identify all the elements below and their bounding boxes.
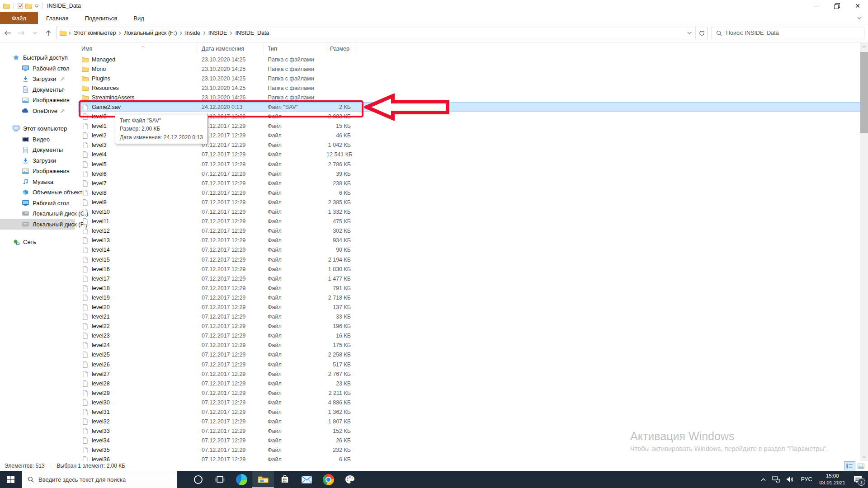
sidebar-item[interactable]: Объемные объекты bbox=[0, 187, 75, 198]
ribbon-tab-0[interactable]: Файл bbox=[0, 12, 38, 24]
file-row[interactable]: level2607.12.2017 12:29Файл517 КБ bbox=[78, 360, 868, 369]
breadcrumb-chevron-icon[interactable] bbox=[118, 31, 122, 35]
taskbar-search-input[interactable]: Введите здесь текст для поиска bbox=[22, 471, 177, 488]
file-row[interactable]: level2407.12.2017 12:29Файл175 КБ bbox=[78, 341, 868, 350]
up-button[interactable] bbox=[42, 27, 55, 39]
address-box[interactable]: Этот компьютерЛокальный диск (F:)InsideI… bbox=[57, 27, 708, 39]
file-row[interactable]: level3407.12.2017 12:29Файл26 КБ bbox=[78, 436, 868, 446]
sidebar-item[interactable]: Документы bbox=[0, 145, 75, 155]
file-row[interactable]: level1907.12.2017 12:29Файл2 718 КБ bbox=[78, 293, 868, 302]
breadcrumb-chevron-icon[interactable] bbox=[67, 31, 72, 35]
file-row[interactable]: level2207.12.2017 12:29Файл196 КБ bbox=[78, 322, 868, 331]
sidebar-item[interactable]: Быстрый доступ bbox=[0, 52, 75, 63]
taskbar-taskview-button[interactable] bbox=[209, 471, 231, 488]
clock[interactable]: 15:00 03.01.2021 bbox=[815, 473, 849, 486]
qat-chevron-down-icon[interactable] bbox=[34, 5, 39, 8]
file-row[interactable]: Managed23.10.2020 14:25Папка с файлами bbox=[78, 55, 868, 64]
network-icon[interactable] bbox=[769, 471, 783, 488]
sidebar-item[interactable]: Загрузки bbox=[0, 74, 75, 84]
new-folder-icon[interactable] bbox=[25, 3, 32, 9]
file-row[interactable]: level707.12.2017 12:29Файл238 КБ bbox=[78, 178, 868, 188]
sidebar-item[interactable]: Загрузки bbox=[0, 155, 75, 166]
file-row[interactable]: level2507.12.2017 12:29Файл2 258 КБ bbox=[78, 350, 868, 360]
file-row[interactable]: StreamingAssets23.10.2020 14:26Папка с ф… bbox=[78, 93, 868, 102]
file-row[interactable]: level1007.12.2017 12:29Файл1 332 КБ bbox=[78, 207, 868, 217]
scroll-up-icon[interactable] bbox=[860, 43, 868, 51]
file-row[interactable]: Mono23.10.2020 14:25Папка с файлами bbox=[78, 64, 868, 74]
breadcrumb-item[interactable]: Этот компьютер bbox=[72, 30, 118, 36]
forward-button[interactable] bbox=[14, 27, 28, 39]
file-row[interactable]: level1607.12.2017 12:29Файл1 830 КБ bbox=[78, 264, 868, 274]
file-row[interactable]: level1207.12.2017 12:29Файл302 КБ bbox=[78, 226, 868, 236]
file-row[interactable]: level2107.12.2017 12:29Файл33 КБ bbox=[78, 312, 868, 322]
file-row[interactable]: level3107.12.2017 12:29Файл1 362 КБ bbox=[78, 407, 868, 417]
breadcrumb-item[interactable]: Локальный диск (F:) bbox=[122, 30, 179, 36]
file-row[interactable]: level2007.12.2017 12:29Файл137 КБ bbox=[78, 302, 868, 312]
sidebar-item[interactable]: Музыка bbox=[0, 177, 75, 188]
file-row[interactable]: level2807.12.2017 12:29Файл23 КБ bbox=[78, 379, 868, 388]
close-button[interactable]: ✕ bbox=[847, 0, 868, 12]
action-center-button[interactable]: 1 bbox=[849, 471, 867, 488]
file-row[interactable]: level3507.12.2017 12:29Файл232 КБ bbox=[78, 446, 868, 455]
column-header-date[interactable]: Дата изменения bbox=[198, 43, 264, 55]
file-row[interactable]: level1307.12.2017 12:29Файл934 КБ bbox=[78, 236, 868, 245]
file-row[interactable]: level507.12.2017 12:29Файл2 786 КБ bbox=[78, 160, 868, 169]
search-input[interactable]: Поиск: INSIDE_Data bbox=[712, 27, 864, 39]
file-row[interactable]: level407.12.2017 12:29Файл12 541 КБ bbox=[78, 150, 868, 160]
ribbon-tab-1[interactable]: Главная bbox=[38, 12, 76, 24]
vertical-scrollbar[interactable] bbox=[860, 43, 868, 461]
file-row[interactable]: level607.12.2017 12:29Файл39 КБ bbox=[78, 169, 868, 178]
sidebar-item[interactable]: OneDrive bbox=[0, 106, 75, 117]
taskbar-cortana-button[interactable] bbox=[187, 471, 209, 488]
sidebar-item[interactable]: Видео bbox=[0, 134, 75, 145]
taskbar-chrome-button[interactable] bbox=[317, 471, 339, 488]
file-row[interactable]: Resources23.10.2020 14:25Папка с файлами bbox=[78, 83, 868, 93]
taskbar-paint3d-button[interactable] bbox=[339, 471, 361, 488]
sidebar-item[interactable]: Изображения bbox=[0, 166, 75, 177]
taskbar-store-button[interactable] bbox=[274, 471, 296, 488]
file-row[interactable]: level1707.12.2017 12:29Файл1 477 КБ bbox=[78, 274, 868, 283]
file-row[interactable]: level907.12.2017 12:29Файл2 385 КБ bbox=[78, 197, 868, 207]
file-row[interactable]: level3207.12.2017 12:29Файл1 807 КБ bbox=[78, 417, 868, 427]
breadcrumb-chevron-icon[interactable] bbox=[229, 31, 233, 35]
column-header-name[interactable]: Имя bbox=[78, 43, 198, 55]
address-dropdown-chevron-icon[interactable] bbox=[684, 27, 695, 39]
taskbar-edge-button[interactable] bbox=[231, 471, 252, 488]
file-row[interactable]: level3307.12.2017 12:29Файл152 КБ bbox=[78, 427, 868, 436]
scrollbar-thumb[interactable] bbox=[860, 52, 868, 133]
refresh-button[interactable] bbox=[696, 27, 708, 39]
sidebar-item[interactable]: Этот компьютер bbox=[0, 123, 75, 134]
ribbon-tab-2[interactable]: Поделиться bbox=[76, 12, 125, 24]
taskbar-explorer-button[interactable] bbox=[252, 471, 274, 488]
file-row[interactable]: level1407.12.2017 12:29Файл90 КБ bbox=[78, 245, 868, 255]
sidebar-item[interactable]: Изображения bbox=[0, 95, 75, 106]
breadcrumb-item[interactable]: INSIDE_Data bbox=[233, 30, 271, 36]
start-button[interactable] bbox=[0, 471, 22, 488]
file-row[interactable]: level3607.12.2017 12:29Файл6 КБ bbox=[78, 455, 868, 461]
file-row[interactable]: level2907.12.2017 12:29Файл2 211 КБ bbox=[78, 388, 868, 398]
file-row[interactable]: level1807.12.2017 12:29Файл791 КБ bbox=[78, 283, 868, 293]
file-row[interactable]: Plugins23.10.2020 14:25Папка с файлами bbox=[78, 74, 868, 83]
file-row[interactable]: Game2.sav24.12.2020 0:13Файл "SAV"2 КБ bbox=[78, 102, 868, 112]
file-row[interactable]: level2707.12.2017 12:29Файл2 767 КБ bbox=[78, 369, 868, 379]
column-header-size[interactable]: Размер bbox=[326, 43, 355, 55]
file-row[interactable]: level1107.12.2017 12:29Файл475 КБ bbox=[78, 217, 868, 226]
sidebar-item[interactable]: Локальный диск (C:) bbox=[0, 208, 75, 219]
sidebar-item[interactable]: Сеть bbox=[0, 237, 75, 248]
breadcrumb-item[interactable]: INSIDE bbox=[207, 30, 229, 36]
sidebar-item[interactable]: Локальный диск (F:) bbox=[0, 219, 75, 230]
sidebar-item[interactable]: Рабочий стол bbox=[0, 198, 75, 209]
ribbon-tab-3[interactable]: Вид bbox=[125, 12, 152, 24]
column-header-type[interactable]: Тип bbox=[264, 43, 326, 55]
volume-icon[interactable] bbox=[783, 471, 797, 488]
thumbnail-view-button[interactable] bbox=[855, 461, 867, 470]
breadcrumb-chevron-icon[interactable] bbox=[179, 31, 183, 35]
file-row[interactable]: level3007.12.2017 12:29Файл4 886 КБ bbox=[78, 398, 868, 407]
file-row[interactable]: level1507.12.2017 12:29Файл2 194 КБ bbox=[78, 255, 868, 264]
back-button[interactable] bbox=[1, 27, 14, 39]
file-row[interactable]: level2307.12.2017 12:29Файл16 КБ bbox=[78, 331, 868, 341]
language-indicator[interactable]: РУС bbox=[797, 471, 815, 488]
properties-check-icon[interactable] bbox=[18, 3, 23, 9]
breadcrumb-item[interactable]: Inside bbox=[183, 30, 202, 36]
breadcrumb-chevron-icon[interactable] bbox=[202, 31, 207, 35]
